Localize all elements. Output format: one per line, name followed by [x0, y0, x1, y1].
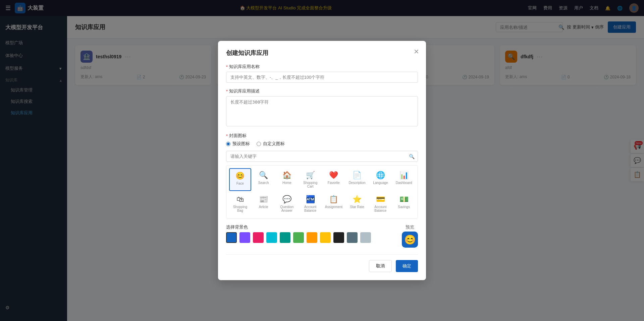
preview-area: 预览 😊: [402, 224, 418, 248]
radio-custom-input[interactable]: [257, 142, 261, 146]
icon-form-group: * 封面图标 预设图标 自定义图标 🔍: [226, 133, 418, 219]
shopping-bag-icon: 🛍: [236, 195, 244, 204]
icon-cell-account-balance[interactable]: 🏧 Account Balance: [299, 192, 321, 215]
name-form-group: * 知识库应用名称: [226, 64, 418, 83]
color-swatch-green[interactable]: [293, 232, 304, 243]
color-section: 选择背景色 预览 😊: [226, 224, 418, 248]
confirm-button[interactable]: 确定: [396, 260, 418, 272]
icon-type-row: 预设图标 自定义图标: [226, 141, 418, 147]
icon-cell-article[interactable]: 📰 Article: [253, 192, 275, 215]
icon-search-input[interactable]: [226, 151, 418, 162]
color-swatch-purple[interactable]: [239, 232, 250, 243]
modal-close-button[interactable]: ✕: [414, 48, 419, 56]
icon-cell-explore[interactable]: 🧭 Explore: [276, 216, 298, 219]
radio-preset-input[interactable]: [226, 142, 230, 146]
search-icon-cell: 🔍: [259, 171, 268, 180]
color-swatch-dark-gray[interactable]: [347, 232, 358, 243]
preview-icon: 😊: [402, 232, 418, 248]
icon-cell-assignment[interactable]: 📋 Assignment: [323, 192, 345, 215]
color-swatch-cyan[interactable]: [266, 232, 277, 243]
icon-cell-payment[interactable]: 💳 Payment: [323, 216, 345, 219]
cancel-button[interactable]: 取消: [369, 260, 392, 272]
savings-icon: 💵: [399, 195, 409, 204]
create-app-modal: 创建知识库应用 ✕ * 知识库应用名称 * 知识库应用描述 * 封面图标: [218, 41, 426, 280]
account-balance2-icon: 💳: [376, 195, 385, 204]
desc-label: * 知识库应用描述: [226, 88, 418, 94]
desc-label-text: 知识库应用描述: [229, 88, 260, 94]
color-swatch-orange[interactable]: [307, 232, 317, 243]
account-balance-icon: 🏧: [306, 195, 315, 204]
preview-label: 预览: [406, 224, 414, 230]
name-input[interactable]: [226, 72, 418, 83]
face-icon: 😊: [235, 172, 245, 180]
icon-cell-room[interactable]: 📍 Room: [229, 216, 251, 219]
radio-preset-label: 预设图标: [232, 141, 250, 147]
icon-cell-shopping-basket[interactable]: 🧺 Shopping Basket: [299, 216, 321, 219]
color-swatches: [226, 232, 395, 243]
name-required-marker: *: [226, 64, 228, 69]
icon-cell-star-rate[interactable]: ⭐ Star Rate: [346, 192, 368, 215]
icon-grid: 😊 Face 🔍 Search 🏠 Home 🛒 Shopping Cart ❤…: [226, 165, 418, 219]
icon-cell-home[interactable]: 🏠 Home: [276, 168, 298, 191]
icon-cell-search[interactable]: 🔍 Search: [253, 168, 275, 191]
modal-footer: 取消 确定: [226, 254, 418, 272]
radio-custom-label: 自定义图标: [263, 141, 285, 147]
color-swatch-pink[interactable]: [253, 232, 264, 243]
description-icon: 📄: [353, 171, 362, 180]
color-label: 选择背景色: [226, 224, 395, 230]
qa-icon: 💬: [282, 195, 291, 204]
icon-cell-savings[interactable]: 💵 Savings: [393, 192, 415, 215]
home-icon: 🏠: [282, 171, 291, 180]
icon-cell-cart[interactable]: 🛒 Shopping Cart: [299, 168, 321, 191]
desc-form-group: * 知识库应用描述: [226, 88, 418, 127]
radio-custom-icon[interactable]: 自定义图标: [257, 141, 285, 147]
modal-overlay[interactable]: 创建知识库应用 ✕ * 知识库应用名称 * 知识库应用描述 * 封面图标: [0, 0, 644, 321]
language-icon: 🌐: [376, 171, 385, 180]
icon-cell-face[interactable]: 😊 Face: [229, 168, 251, 191]
color-swatch-blue[interactable]: [226, 232, 237, 243]
icon-label-text: 封面图标: [229, 133, 247, 139]
star-rate-icon: ⭐: [353, 195, 362, 204]
name-label-text: 知识库应用名称: [229, 64, 260, 70]
icon-cell-description[interactable]: 📄 Description: [346, 168, 368, 191]
icon-label: * 封面图标: [226, 133, 418, 139]
name-label: * 知识库应用名称: [226, 64, 418, 70]
assignment-icon: 📋: [329, 195, 338, 204]
cart-icon: 🛒: [306, 171, 315, 180]
desc-textarea[interactable]: [226, 96, 418, 126]
modal-title: 创建知识库应用: [226, 49, 418, 57]
icon-cell-qa[interactable]: 💬 Question Answer: [276, 192, 298, 215]
color-swatch-black[interactable]: [333, 232, 344, 243]
icon-cell-shopping-bag[interactable]: 🛍 Shopping Bag: [229, 192, 251, 215]
favorite-icon: ❤️: [329, 171, 338, 180]
icon-search-wrapper: 🔍: [226, 151, 418, 162]
face-label: Face: [236, 182, 244, 185]
icon-search-icon: 🔍: [409, 154, 415, 159]
icon-cell-account-balance2[interactable]: 💳 Account Balance: [370, 192, 392, 215]
icon-cell-favorite[interactable]: ❤️ Favorite: [323, 168, 345, 191]
icon-required-marker: *: [226, 133, 228, 138]
icon-cell-language[interactable]: 🌐 Language: [370, 168, 392, 191]
dashboard-icon: 📊: [399, 171, 409, 180]
article-icon: 📰: [259, 195, 268, 204]
icon-cell-pets[interactable]: 🐾 Pets: [253, 216, 275, 219]
radio-preset-icon[interactable]: 预设图标: [226, 141, 250, 147]
color-swatch-yellow[interactable]: [320, 232, 331, 243]
color-swatch-teal[interactable]: [280, 232, 290, 243]
icon-cell-dashboard[interactable]: 📊 Dashboard: [393, 168, 415, 191]
color-swatch-light-gray[interactable]: [360, 232, 371, 243]
desc-required-marker: *: [226, 89, 228, 94]
